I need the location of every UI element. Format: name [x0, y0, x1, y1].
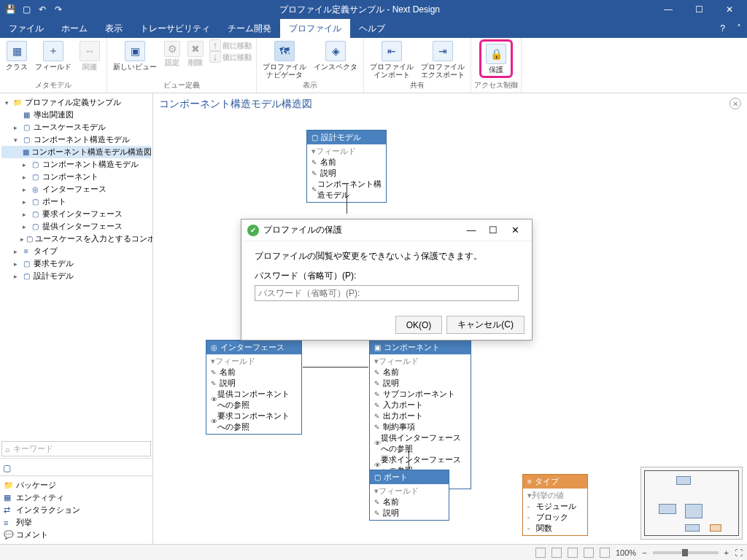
profile-export-button[interactable]: ⇥プロファイル エクスポート [418, 39, 468, 80]
palette-interaction[interactable]: ⇄インタラクション [1, 504, 151, 516]
zoom-in-button[interactable]: + [724, 548, 729, 557]
interface-icon: ◎ [211, 343, 217, 351]
view-mode-icon[interactable] [535, 548, 546, 558]
entity-port[interactable]: ▢ポート ▾ フィールド ✎名前 ✎説明 [369, 470, 449, 521]
profile-navigator-button[interactable]: 🗺プロファイル ナビゲータ [260, 39, 309, 80]
fit-icon[interactable]: ⛶ [735, 548, 743, 557]
protect-button[interactable]: 🔒保護 [482, 42, 510, 75]
interaction-icon: ⇄ [4, 505, 14, 515]
minimize-button[interactable]: — [654, 2, 683, 17]
model-icon: ▢ [21, 135, 31, 145]
tab-home[interactable]: ホーム [53, 19, 96, 38]
keyword-search[interactable]: ⌕ キーワード [1, 441, 151, 456]
class-icon: ▢ [30, 209, 40, 219]
view-mode-icon[interactable] [584, 548, 594, 558]
tree-root[interactable]: ▾📁プロファイル定義サンプル [1, 96, 151, 109]
relation-button[interactable]: ↔関連 [76, 39, 104, 72]
view-mode-icon[interactable] [568, 548, 578, 558]
view-mode-icon[interactable] [600, 548, 610, 558]
tree-item[interactable]: ▸▢要求インターフェース [1, 208, 151, 220]
class-button[interactable]: ▦クラス [3, 39, 31, 72]
class-icon: ▢ [26, 234, 33, 244]
enum-icon: ≡ [4, 518, 14, 527]
move-prev-button[interactable]: ↑前に移動 [208, 39, 253, 51]
tree-item[interactable]: ▸◎インターフェース [1, 183, 151, 195]
tree-item[interactable]: ▸▢ポート [1, 195, 151, 208]
export-icon: ⇥ [433, 41, 453, 61]
tab-team[interactable]: チーム開発 [219, 19, 280, 38]
palette-enum[interactable]: ≡列挙 [1, 516, 151, 529]
entity-interface[interactable]: ◎インターフェース ▾ フィールド ✎名前 ✎説明 👁提供コンポーネントへの参照… [206, 340, 302, 435]
password-input[interactable] [255, 285, 519, 301]
search-icon: ⌕ [5, 445, 10, 454]
connector [409, 446, 409, 470]
zoom-label: 100% [616, 548, 636, 557]
ribbon-group-share: ⇤プロファイル インポート ⇥プロファイル エクスポート 共有 [364, 38, 471, 93]
profile-import-button[interactable]: ⇤プロファイル インポート [367, 39, 417, 80]
tab-file[interactable]: ファイル [0, 19, 53, 38]
close-button[interactable]: ✕ [715, 2, 744, 17]
palette: 📁パッケージ ▦エンティティ ⇄インタラクション ≡列挙 💬コメント [0, 475, 152, 544]
help-icon[interactable]: ? [714, 19, 731, 38]
settings-button[interactable]: ⚙設定 [161, 39, 183, 68]
link-icon: 👁 [374, 440, 381, 447]
tree-item[interactable]: ▸▢ユースケースを入力とするコンポーネントの [1, 233, 151, 245]
entity-component[interactable]: ▣コンポーネント ▾ フィールド ✎名前 ✎説明 ✎サブコンポーネント ✎入力ポ… [369, 340, 471, 489]
redo-icon[interactable]: ↷ [51, 2, 66, 17]
zoom-slider[interactable] [653, 551, 719, 554]
group-label: ビュー定義 [163, 80, 200, 91]
dialog-close[interactable]: ✕ [504, 225, 526, 236]
new-icon[interactable]: ▢ [19, 2, 34, 17]
tree-item[interactable]: ▾▢コンポーネント構造モデル [1, 133, 151, 146]
tab-profile[interactable]: プロファイル [280, 19, 350, 38]
tree-item[interactable]: ▸▢コンポーネント構造モデル [1, 158, 151, 171]
view-mode-icon[interactable] [551, 548, 562, 558]
key-icon: ✎ [374, 510, 383, 517]
tree-item[interactable]: ▸▢コンポーネント [1, 171, 151, 183]
toolbox-icon[interactable]: ▢ [0, 461, 152, 475]
entity-type[interactable]: ≡タイプ ▾ 列挙の値 ◦モジュール ◦ブロック ◦関数 [522, 474, 588, 536]
new-view-button[interactable]: ▣新しいビュー [110, 39, 160, 72]
dialog-footer: OK(O) キャンセル(C) [241, 310, 532, 340]
dialog-title: プロファイルの保護 [263, 224, 342, 236]
tree-item[interactable]: ▸≡タイプ [1, 245, 151, 257]
collapse-ribbon-icon[interactable]: ˄ [731, 19, 747, 38]
minimap[interactable] [640, 467, 743, 540]
undo-icon[interactable]: ↶ [35, 2, 50, 17]
tree-item-selected[interactable]: ▦コンポーネント構造モデル構造図 [1, 146, 151, 158]
cancel-button[interactable]: キャンセル(C) [446, 316, 525, 334]
field-icon: ＋ [43, 41, 63, 61]
import-icon: ⇤ [382, 41, 402, 61]
diagram-canvas[interactable]: コンポーネント構造モデル構造図 ✕ ▢設計モデル ▾ フィールド ✎名前 ✎説明… [153, 93, 747, 544]
tree-item[interactable]: ▸▢提供インターフェース [1, 220, 151, 233]
delete-button[interactable]: ✖削除 [185, 39, 206, 68]
class-icon: ▢ [30, 197, 40, 207]
tab-help[interactable]: ヘルプ [350, 19, 394, 38]
ribbon-tabs: ファイル ホーム 表示 トレーサビリティ チーム開発 プロファイル ヘルプ ? … [0, 19, 747, 38]
model-tree[interactable]: ▾📁プロファイル定義サンプル ▦導出関連図 ▸▢ユースケースモデル ▾▢コンポー… [0, 93, 152, 440]
canvas-close-icon[interactable]: ✕ [729, 98, 741, 109]
maximize-button[interactable]: ☐ [684, 2, 713, 17]
move-next-button[interactable]: ↓後に移動 [208, 51, 253, 63]
tree-item[interactable]: ▸▢要求モデル [1, 257, 151, 270]
palette-package[interactable]: 📁パッケージ [1, 479, 151, 491]
tab-view[interactable]: 表示 [96, 19, 131, 38]
palette-comment[interactable]: 💬コメント [1, 529, 151, 541]
dialog-maximize[interactable]: ☐ [482, 225, 504, 236]
inspector-button[interactable]: ◈インスペクタ [311, 39, 360, 72]
tree-item[interactable]: ▦導出関連図 [1, 109, 151, 121]
ok-button[interactable]: OK(O) [395, 316, 443, 334]
model-icon: ▢ [21, 122, 31, 133]
palette-entity[interactable]: ▦エンティティ [1, 491, 151, 504]
tree-item[interactable]: ▸▢設計モデル [1, 270, 151, 282]
tab-traceability[interactable]: トレーサビリティ [131, 19, 219, 38]
navigator-pane: ▾📁プロファイル定義サンプル ▦導出関連図 ▸▢ユースケースモデル ▾▢コンポー… [0, 93, 153, 544]
dialog-titlebar: ✔ プロファイルの保護 — ☐ ✕ [241, 219, 532, 241]
password-label: パスワード（省略可）(P): [255, 270, 519, 282]
field-button[interactable]: ＋フィールド [32, 39, 74, 72]
tree-item[interactable]: ▸▢ユースケースモデル [1, 121, 151, 133]
key-icon: ✎ [374, 380, 383, 387]
save-icon[interactable]: 💾 [3, 2, 18, 17]
dialog-minimize[interactable]: — [460, 225, 482, 236]
zoom-out-button[interactable]: − [642, 548, 646, 557]
